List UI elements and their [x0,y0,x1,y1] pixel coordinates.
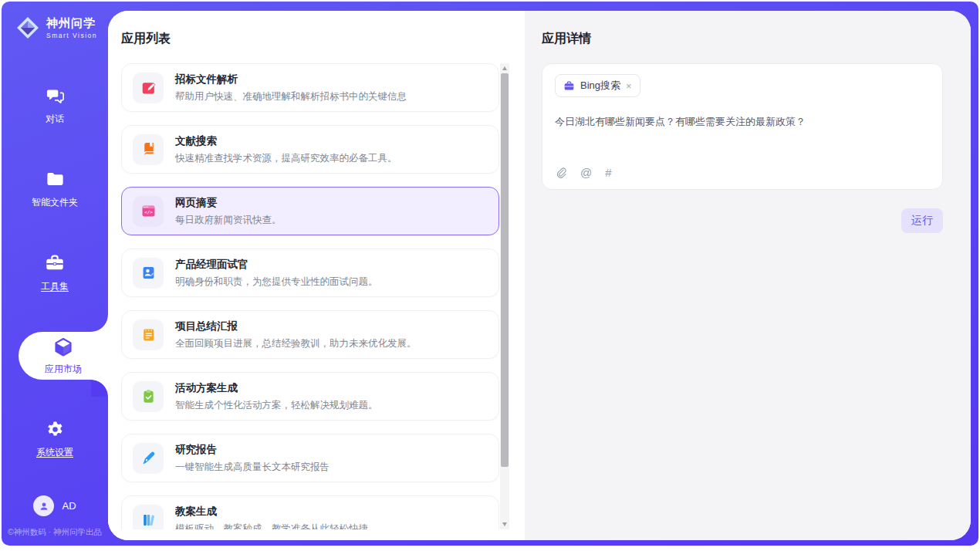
app-detail-title: 应用详情 [542,31,943,47]
app-name: 招标文件解析 [175,73,407,86]
sidebar-item-label: 系统设置 [36,446,73,459]
sidebar-item-settings[interactable]: 系统设置 [2,397,108,481]
edit-document-icon [133,73,164,103]
app-list-item-web-summary[interactable]: </> 网页摘要 每日政府新闻资讯快查。 [121,187,499,235]
prompt-toolbar: @ # [555,166,612,179]
browser-code-icon: </> [133,196,164,227]
list-scrollbar [500,63,509,529]
hash-icon[interactable]: # [605,166,611,179]
person-icon [38,500,50,512]
sidebar-spacer [2,481,108,495]
interviewer-icon [133,258,164,289]
clipboard-check-icon [133,381,164,412]
scrollbar-up-button[interactable] [500,63,509,73]
scrollbar-thumb[interactable] [501,73,509,467]
app-name: 活动方案生成 [175,381,378,395]
app-list-item-lesson-plan[interactable]: 教案生成 模板驱动，教案秒成，教学准备从此轻松快捷 [121,495,499,529]
app-list-title: 应用列表 [121,31,525,47]
brand-subtitle: Smart Vision [46,32,97,39]
app-list-item-literature-search[interactable]: 文献搜索 快速精准查找学术资源，提高研究效率的必备工具。 [121,125,499,174]
sidebar: 神州问学 Smart Vision 对话 智能文件夹 [2,2,108,546]
briefcase-icon [563,80,575,92]
close-icon[interactable]: × [626,81,632,91]
cube-icon [52,336,75,359]
app-list-item-event-plan[interactable]: 活动方案生成 智能生成个性化活动方案，轻松解决规划难题。 [121,372,499,421]
books-icon [133,505,164,530]
mention-icon[interactable]: @ [580,166,592,179]
sidebar-item-label: 工具集 [41,280,69,293]
triangle-down-icon [502,522,507,526]
sidebar-item-smart-folder[interactable]: 智能文件夹 [2,147,108,231]
app-desc: 帮助用户快速、准确地理解和解析招标书中的关键信息 [175,90,407,103]
book-icon [133,134,164,165]
app-detail-panel: 应用详情 Bing搜索 × 今日湖北有哪些新闻要点？有哪些需要关注的最新政策？ [525,11,971,540]
sidebar-item-label: 智能文件夹 [32,196,78,209]
app-window: 神州问学 Smart Vision 对话 智能文件夹 [2,2,978,546]
toolbox-icon [44,252,66,274]
query-text[interactable]: 今日湖北有哪些新闻要点？有哪些需要关注的最新政策？ [555,115,930,129]
app-name: 网页摘要 [175,196,282,210]
app-desc: 快速精准查找学术资源，提高研究效率的必备工具。 [175,152,397,165]
brand-logo: 神州问学 Smart Vision [2,2,108,45]
sidebar-item-label: 应用市场 [45,363,82,376]
notepad-icon [133,319,164,350]
app-name: 研究报告 [175,443,329,457]
tool-tag-label: Bing搜索 [580,79,620,93]
app-name: 产品经理面试官 [175,258,378,272]
app-name: 教案生成 [175,505,368,519]
paperclip-icon[interactable] [555,167,567,179]
app-name: 项目总结汇报 [175,319,417,333]
sidebar-item-toolset[interactable]: 工具集 [2,231,108,314]
tool-tag-bing-search[interactable]: Bing搜索 × [555,74,640,97]
prompt-card: Bing搜索 × 今日湖北有哪些新闻要点？有哪些需要关注的最新政策？ @ # [542,63,943,190]
sidebar-footer: ©神州数码 · 神州问学出品 [2,527,108,538]
app-name: 文献搜索 [175,134,397,148]
app-list-panel: 应用列表 招标文件解析 帮助用户快速、准确地理解和解析招标书中的关键信息 [108,11,525,540]
chat-icon [45,86,66,106]
brand-name: 神州问学 [46,16,97,31]
avatar [33,495,54,516]
app-desc: 一键智能生成高质量长文本研究报告 [175,461,329,474]
app-list-item-project-summary[interactable]: 项目总结汇报 全面回顾项目进展，总结经验教训，助力未来优化发展。 [121,310,499,359]
user-profile[interactable]: AD [2,495,108,516]
app-list-item-research-report[interactable]: 研究报告 一键智能生成高质量长文本研究报告 [121,434,499,482]
run-button[interactable]: 运行 [901,208,943,233]
app-list-item-pm-interviewer[interactable]: 产品经理面试官 明确身份和职责，为您提供专业性的面试问题。 [121,248,499,297]
sidebar-item-app-market[interactable]: 应用市场 [19,332,108,380]
sidebar-item-label: 对话 [46,113,64,126]
sidebar-nav: 对话 智能文件夹 工具集 [2,64,108,481]
scrollbar-down-button[interactable] [500,519,509,529]
brand-diamond-icon [15,15,40,40]
app-list-item-bid-parse[interactable]: 招标文件解析 帮助用户快速、准确地理解和解析招标书中的关键信息 [121,63,499,112]
user-initials: AD [62,500,76,512]
pen-icon [133,443,164,474]
app-desc: 智能生成个性化活动方案，轻松解决规划难题。 [175,399,378,412]
folder-icon [45,169,66,190]
app-desc: 全面回顾项目进展，总结经验教训，助力未来优化发展。 [175,337,417,350]
triangle-up-icon [502,66,507,70]
svg-text:</>: </> [144,210,153,215]
app-desc: 每日政府新闻资讯快查。 [175,214,282,227]
gear-icon [45,419,66,440]
main-content: 应用列表 招标文件解析 帮助用户快速、准确地理解和解析招标书中的关键信息 [108,11,971,540]
app-desc: 模板驱动，教案秒成，教学准备从此轻松快捷 [175,522,368,530]
app-list: 招标文件解析 帮助用户快速、准确地理解和解析招标书中的关键信息 文献搜索 [121,63,499,529]
run-row: 运行 [542,208,943,233]
app-desc: 明确身份和职责，为您提供专业性的面试问题。 [175,276,378,289]
sidebar-item-chat[interactable]: 对话 [2,64,108,147]
